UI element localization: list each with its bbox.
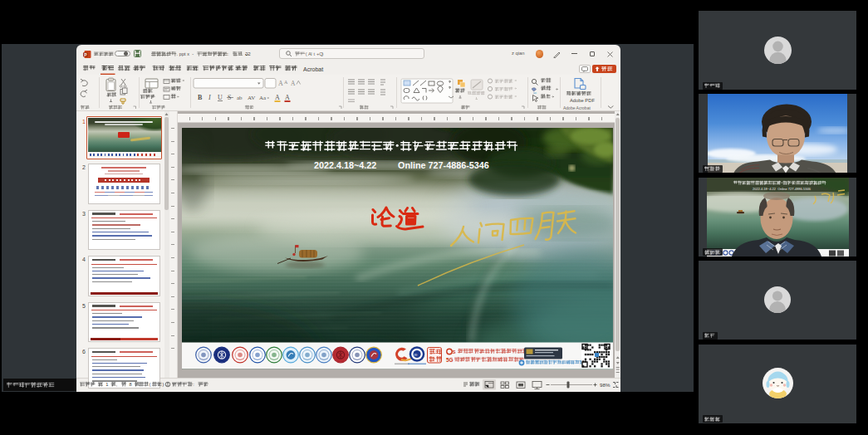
svg-text:): ) (163, 382, 164, 387)
svg-text:98%: 98% (600, 382, 611, 388)
svg-text:B: B (198, 94, 203, 101)
svg-text:I: I (208, 94, 211, 101)
svg-text::: : (193, 382, 194, 387)
svg-text:2022.4.18~4.22: 2022.4.18~4.22 (314, 159, 376, 169)
svg-text:,: , (116, 382, 118, 387)
svg-text:Adobe PDF: Adobe PDF (570, 97, 595, 102)
svg-text:Online 727-4886-5346: Online 727-4886-5346 (398, 159, 489, 169)
svg-text:2022.4.18~4.22 Online 727-488: 2022.4.18~4.22 Online 727-4886-5346 (753, 186, 812, 190)
svg-text:l: l (311, 51, 311, 56)
svg-text:-: - (192, 51, 194, 56)
svg-text:.: . (176, 51, 178, 56)
svg-text:1: 1 (105, 382, 108, 387)
svg-text:(: ( (150, 382, 151, 387)
svg-text:8: 8 (129, 382, 131, 387)
svg-text:Acrobat: Acrobat (303, 66, 323, 71)
svg-text:t: t (184, 51, 186, 56)
svg-text:): ) (322, 51, 324, 56)
svg-text:∞: ∞ (414, 352, 418, 357)
svg-text:A: A (275, 94, 280, 101)
svg-text:Aa: Aa (259, 95, 267, 101)
svg-text:(: ( (306, 51, 307, 56)
svg-text:A: A (284, 80, 288, 85)
svg-text:t: t (314, 51, 316, 56)
svg-text:Adobe Acrobat: Adobe Acrobat (563, 105, 591, 110)
svg-text::: : (228, 51, 229, 56)
svg-text:A: A (291, 80, 296, 87)
svg-text:ab: ab (237, 95, 243, 101)
svg-text:AV: AV (248, 95, 255, 101)
svg-text:ac: ac (533, 90, 537, 94)
svg-text:A: A (285, 94, 290, 101)
svg-text:A: A (278, 80, 283, 87)
svg-text:5G: 5G (446, 356, 454, 362)
svg-text:x: x (187, 51, 189, 56)
svg-text:S: S (453, 349, 456, 354)
svg-text:U: U (218, 94, 223, 101)
